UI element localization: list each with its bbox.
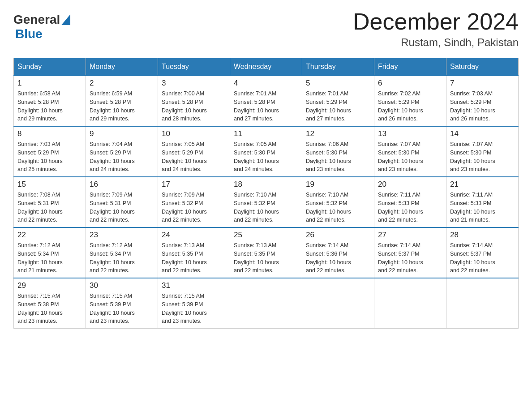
calendar-cell: 27Sunrise: 7:14 AMSunset: 5:37 PMDayligh… (374, 227, 446, 278)
calendar-cell: 28Sunrise: 7:14 AMSunset: 5:37 PMDayligh… (446, 227, 519, 278)
week-row-1: 1Sunrise: 6:58 AMSunset: 5:28 PMDaylight… (14, 76, 519, 126)
day-info: Sunrise: 7:01 AMSunset: 5:28 PMDaylight:… (234, 90, 298, 123)
day-info: Sunrise: 7:13 AMSunset: 5:35 PMDaylight:… (162, 241, 226, 275)
calendar-cell: 29Sunrise: 7:15 AMSunset: 5:38 PMDayligh… (14, 278, 86, 329)
calendar-cell: 24Sunrise: 7:13 AMSunset: 5:35 PMDayligh… (158, 227, 230, 278)
logo-triangle-icon (61, 14, 70, 25)
day-info: Sunrise: 7:03 AMSunset: 5:29 PMDaylight:… (450, 90, 515, 123)
calendar-cell: 21Sunrise: 7:11 AMSunset: 5:33 PMDayligh… (446, 177, 519, 227)
day-info: Sunrise: 7:15 AMSunset: 5:39 PMDaylight:… (90, 292, 154, 325)
weekday-header-friday: Friday (374, 58, 446, 76)
calendar-cell: 8Sunrise: 7:03 AMSunset: 5:29 PMDaylight… (14, 126, 86, 177)
weekday-header-thursday: Thursday (302, 58, 374, 76)
day-number: 14 (450, 129, 515, 138)
day-number: 18 (234, 180, 298, 189)
day-number: 19 (306, 180, 370, 189)
week-row-3: 15Sunrise: 7:08 AMSunset: 5:31 PMDayligh… (14, 177, 519, 227)
calendar-cell: 1Sunrise: 6:58 AMSunset: 5:28 PMDaylight… (14, 76, 86, 126)
month-year-title: December 2024 (353, 9, 519, 34)
calendar-cell: 18Sunrise: 7:10 AMSunset: 5:32 PMDayligh… (230, 177, 302, 227)
day-number: 10 (162, 129, 226, 138)
day-info: Sunrise: 7:14 AMSunset: 5:36 PMDaylight:… (306, 241, 370, 275)
calendar-cell: 4Sunrise: 7:01 AMSunset: 5:28 PMDaylight… (230, 76, 302, 126)
day-info: Sunrise: 7:02 AMSunset: 5:29 PMDaylight:… (378, 90, 442, 123)
calendar-cell: 13Sunrise: 7:07 AMSunset: 5:30 PMDayligh… (374, 126, 446, 177)
day-info: Sunrise: 7:12 AMSunset: 5:34 PMDaylight:… (90, 241, 154, 275)
day-info: Sunrise: 7:09 AMSunset: 5:31 PMDaylight:… (90, 191, 154, 224)
day-info: Sunrise: 7:10 AMSunset: 5:32 PMDaylight:… (234, 191, 298, 224)
day-info: Sunrise: 7:05 AMSunset: 5:29 PMDaylight:… (162, 140, 226, 174)
calendar-cell: 14Sunrise: 7:07 AMSunset: 5:30 PMDayligh… (446, 126, 519, 177)
weekday-header-tuesday: Tuesday (158, 58, 230, 76)
weekday-header-wednesday: Wednesday (230, 58, 302, 76)
calendar-cell: 30Sunrise: 7:15 AMSunset: 5:39 PMDayligh… (86, 278, 158, 329)
day-info: Sunrise: 7:10 AMSunset: 5:32 PMDaylight:… (306, 191, 370, 224)
day-number: 7 (450, 79, 515, 88)
day-info: Sunrise: 7:04 AMSunset: 5:29 PMDaylight:… (90, 140, 154, 174)
week-row-2: 8Sunrise: 7:03 AMSunset: 5:29 PMDaylight… (14, 126, 519, 177)
day-number: 23 (90, 231, 154, 240)
day-info: Sunrise: 7:08 AMSunset: 5:31 PMDaylight:… (17, 191, 82, 224)
day-number: 8 (17, 129, 82, 138)
day-info: Sunrise: 7:14 AMSunset: 5:37 PMDaylight:… (378, 241, 442, 275)
calendar-cell: 16Sunrise: 7:09 AMSunset: 5:31 PMDayligh… (86, 177, 158, 227)
week-row-4: 22Sunrise: 7:12 AMSunset: 5:34 PMDayligh… (14, 227, 519, 278)
day-number: 9 (90, 129, 154, 138)
day-number: 26 (306, 231, 370, 240)
day-info: Sunrise: 7:00 AMSunset: 5:28 PMDaylight:… (162, 90, 226, 123)
calendar-cell: 3Sunrise: 7:00 AMSunset: 5:28 PMDaylight… (158, 76, 230, 126)
location-subtitle: Rustam, Sindh, Pakistan (353, 36, 519, 49)
logo: General Blue (13, 13, 70, 41)
title-area: December 2024 Rustam, Sindh, Pakistan (353, 9, 519, 49)
day-number: 17 (162, 180, 226, 189)
weekday-header-sunday: Sunday (14, 58, 86, 76)
calendar-cell: 23Sunrise: 7:12 AMSunset: 5:34 PMDayligh… (86, 227, 158, 278)
day-number: 13 (378, 129, 442, 138)
calendar-cell: 5Sunrise: 7:01 AMSunset: 5:29 PMDaylight… (302, 76, 374, 126)
calendar-cell: 7Sunrise: 7:03 AMSunset: 5:29 PMDaylight… (446, 76, 519, 126)
page-header: General Blue December 2024 Rustam, Sindh… (13, 9, 519, 49)
weekday-header-saturday: Saturday (446, 58, 519, 76)
calendar-cell: 20Sunrise: 7:11 AMSunset: 5:33 PMDayligh… (374, 177, 446, 227)
calendar-cell: 31Sunrise: 7:15 AMSunset: 5:39 PMDayligh… (158, 278, 230, 329)
day-number: 24 (162, 231, 226, 240)
calendar-cell: 17Sunrise: 7:09 AMSunset: 5:32 PMDayligh… (158, 177, 230, 227)
calendar-cell: 10Sunrise: 7:05 AMSunset: 5:29 PMDayligh… (158, 126, 230, 177)
day-info: Sunrise: 7:07 AMSunset: 5:30 PMDaylight:… (378, 140, 442, 174)
logo-blue-text: Blue (15, 27, 43, 41)
calendar-cell (446, 278, 519, 329)
calendar-cell: 9Sunrise: 7:04 AMSunset: 5:29 PMDaylight… (86, 126, 158, 177)
calendar-cell: 15Sunrise: 7:08 AMSunset: 5:31 PMDayligh… (14, 177, 86, 227)
day-number: 6 (378, 79, 442, 88)
day-number: 28 (450, 231, 515, 240)
weekday-header-row: SundayMondayTuesdayWednesdayThursdayFrid… (14, 58, 519, 76)
calendar-cell (374, 278, 446, 329)
day-info: Sunrise: 6:58 AMSunset: 5:28 PMDaylight:… (17, 90, 82, 123)
calendar-cell: 2Sunrise: 6:59 AMSunset: 5:28 PMDaylight… (86, 76, 158, 126)
calendar-cell (302, 278, 374, 329)
day-number: 30 (90, 281, 154, 290)
day-number: 20 (378, 180, 442, 189)
day-number: 11 (234, 129, 298, 138)
day-number: 29 (17, 281, 82, 290)
day-number: 25 (234, 231, 298, 240)
calendar-cell: 22Sunrise: 7:12 AMSunset: 5:34 PMDayligh… (14, 227, 86, 278)
day-info: Sunrise: 7:15 AMSunset: 5:38 PMDaylight:… (17, 292, 82, 325)
day-number: 27 (378, 231, 442, 240)
day-info: Sunrise: 7:05 AMSunset: 5:30 PMDaylight:… (234, 140, 298, 174)
day-info: Sunrise: 7:01 AMSunset: 5:29 PMDaylight:… (306, 90, 370, 123)
day-info: Sunrise: 7:13 AMSunset: 5:35 PMDaylight:… (234, 241, 298, 275)
calendar-cell: 11Sunrise: 7:05 AMSunset: 5:30 PMDayligh… (230, 126, 302, 177)
calendar-cell: 6Sunrise: 7:02 AMSunset: 5:29 PMDaylight… (374, 76, 446, 126)
day-info: Sunrise: 7:06 AMSunset: 5:30 PMDaylight:… (306, 140, 370, 174)
day-info: Sunrise: 7:09 AMSunset: 5:32 PMDaylight:… (162, 191, 226, 224)
calendar-cell: 19Sunrise: 7:10 AMSunset: 5:32 PMDayligh… (302, 177, 374, 227)
calendar-table: SundayMondayTuesdayWednesdayThursdayFrid… (13, 58, 519, 329)
day-info: Sunrise: 7:15 AMSunset: 5:39 PMDaylight:… (162, 292, 226, 325)
calendar-cell: 26Sunrise: 7:14 AMSunset: 5:36 PMDayligh… (302, 227, 374, 278)
day-number: 12 (306, 129, 370, 138)
logo-general-text: General (13, 13, 60, 27)
day-number: 15 (17, 180, 82, 189)
calendar-cell: 12Sunrise: 7:06 AMSunset: 5:30 PMDayligh… (302, 126, 374, 177)
day-number: 2 (90, 79, 154, 88)
